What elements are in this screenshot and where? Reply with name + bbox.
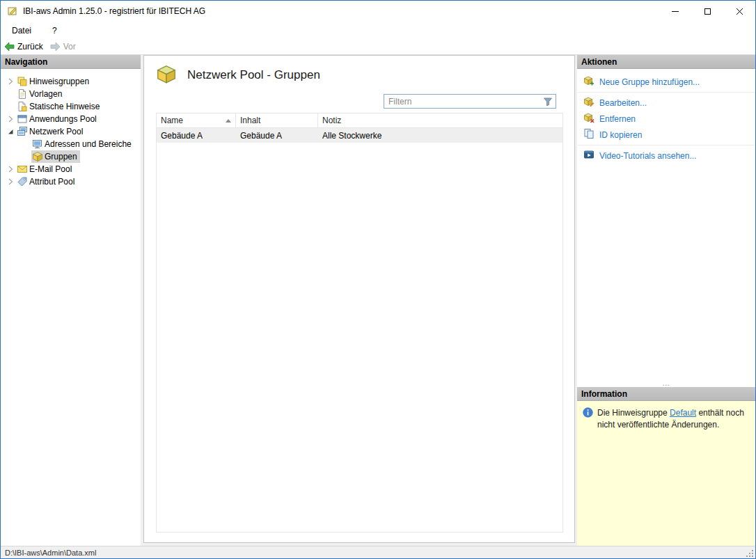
sidebar-item-label: Attribut Pool — [29, 177, 74, 187]
statusbar: D:\IBI-aws\Admin\Data.xml — [1, 546, 755, 558]
video-icon — [583, 149, 594, 162]
actions-header: Aktionen — [577, 55, 755, 69]
forward-button[interactable]: Vor — [50, 42, 76, 52]
separator — [578, 145, 755, 145]
information-header: Information — [577, 387, 755, 401]
filter-funnel-icon[interactable] — [542, 97, 556, 107]
information-text: Die Hinweisgruppe Default enthält noch n… — [597, 407, 750, 540]
tag-icon — [17, 176, 29, 187]
minimize-button[interactable] — [659, 1, 691, 22]
column-header-inhalt[interactable]: Inhalt — [236, 113, 318, 127]
note-group-icon — [17, 76, 29, 87]
menu-help[interactable]: ? — [51, 24, 58, 37]
box-large-icon — [156, 65, 177, 86]
navigation-panel: Navigation Hinweisgruppen — [1, 55, 141, 546]
box-edit-icon — [583, 96, 594, 109]
sidebar-item-netzwerk-pool[interactable]: Netzwerk Pool — [1, 125, 141, 138]
add-group-action[interactable]: Neue Gruppe hinzufügen... — [577, 74, 755, 90]
sidebar-item-vorlagen[interactable]: Vorlagen — [1, 88, 141, 100]
toolbar: Zurück Vor — [1, 39, 755, 55]
content-header: Netzwerk Pool - Gruppen — [144, 56, 574, 90]
splitter-handle[interactable]: … — [577, 378, 755, 387]
table-header-row: Name Inhalt Notiz — [157, 113, 562, 128]
cell-name: Gebäude A — [157, 131, 236, 141]
filter-row — [144, 90, 574, 113]
info-text-before: Die Hinweisgruppe — [597, 408, 670, 418]
sidebar-item-label: Anwendungs Pool — [29, 114, 97, 124]
navigation-header: Navigation — [1, 55, 141, 69]
cell-notiz: Alle Stockwerke — [318, 131, 562, 141]
sidebar-item-label: Hinweisgruppen — [29, 77, 89, 86]
back-button[interactable]: Zurück — [4, 42, 43, 52]
box-add-icon — [583, 75, 594, 88]
sidebar-item-label: Vorlagen — [29, 89, 62, 99]
client-area: Navigation Hinweisgruppen — [1, 55, 755, 546]
remove-group-action[interactable]: Entfernen — [577, 111, 755, 127]
sort-ascending-icon — [226, 119, 231, 123]
app-window: IBI-aws Admin 1.25.0 - registriert für I… — [0, 0, 756, 559]
menu-datei[interactable]: Datei — [10, 24, 33, 37]
sidebar-item-hinweisgruppen[interactable]: Hinweisgruppen — [1, 75, 141, 88]
action-label: Bearbeiten... — [599, 98, 647, 108]
chevron-right-icon[interactable] — [5, 165, 16, 173]
close-button[interactable] — [723, 1, 755, 22]
envelope-icon — [17, 164, 29, 175]
copy-icon — [583, 128, 594, 141]
resize-grip[interactable] — [745, 549, 755, 558]
maximize-button[interactable] — [691, 1, 723, 22]
actions-list: Neue Gruppe hinzufügen... Bearbeiten... — [577, 69, 755, 378]
action-label: Entfernen — [599, 114, 636, 124]
chevron-right-icon[interactable] — [5, 115, 16, 123]
maximize-icon — [704, 8, 711, 15]
page-icon — [17, 88, 29, 100]
network-icon — [17, 126, 29, 137]
window-controls — [659, 1, 755, 22]
info-icon — [583, 407, 593, 540]
default-group-link[interactable]: Default — [670, 408, 696, 418]
close-icon — [736, 8, 743, 15]
filter-input[interactable] — [384, 95, 542, 108]
action-label: ID kopieren — [599, 130, 642, 140]
box-icon — [32, 151, 45, 162]
column-header-label: Name — [161, 116, 183, 125]
back-arrow-icon — [4, 42, 15, 52]
action-label: Video-Tutorials ansehen... — [599, 151, 696, 161]
box-remove-icon — [583, 112, 594, 125]
edit-group-action[interactable]: Bearbeiten... — [577, 95, 755, 111]
sidebar-item-attribut-pool[interactable]: Attribut Pool — [1, 175, 141, 188]
sidebar-item-label: Adressen und Bereiche — [45, 139, 132, 149]
sidebar-item-statische-hinweise[interactable]: Statische Hinweise — [1, 100, 141, 113]
sidebar-item-label: Gruppen — [45, 152, 77, 162]
filter-box — [384, 94, 556, 109]
column-header-label: Notiz — [322, 116, 341, 125]
forward-arrow-icon — [50, 42, 61, 52]
menubar: Datei ? — [1, 22, 755, 39]
column-header-notiz[interactable]: Notiz — [318, 113, 562, 127]
window-title: IBI-aws Admin 1.25.0 - registriert für I… — [23, 6, 205, 16]
content-panel: Netzwerk Pool - Gruppen Name — [143, 55, 575, 543]
group-table: Name Inhalt Notiz Gebäude A Gebäude A Al… — [156, 113, 563, 533]
chevron-right-icon[interactable] — [5, 178, 16, 186]
actions-panel: Aktionen Neue Gruppe hinzufügen... — [577, 55, 755, 546]
static-note-icon — [17, 101, 29, 112]
action-label: Neue Gruppe hinzufügen... — [599, 77, 700, 87]
sidebar-item-label: E-Mail Pool — [29, 164, 72, 174]
video-tutorials-action[interactable]: Video-Tutorials ansehen... — [577, 148, 755, 164]
separator — [578, 92, 755, 93]
sidebar-item-email-pool[interactable]: E-Mail Pool — [1, 163, 141, 175]
sidebar-item-adressen-und-bereiche[interactable]: Adressen und Bereiche — [1, 138, 141, 150]
minimize-icon — [672, 11, 679, 12]
sidebar-item-label: Netzwerk Pool — [29, 127, 83, 136]
chevron-right-icon[interactable] — [5, 77, 16, 86]
sidebar-item-anwendungs-pool[interactable]: Anwendungs Pool — [1, 113, 141, 125]
column-header-label: Inhalt — [240, 116, 260, 125]
copy-id-action[interactable]: ID kopieren — [577, 127, 755, 143]
page-title: Netzwerk Pool - Gruppen — [187, 68, 320, 82]
table-row[interactable]: Gebäude A Gebäude A Alle Stockwerke — [157, 128, 562, 143]
app-icon — [7, 6, 18, 17]
navigation-tree: Hinweisgruppen Vorlagen — [1, 69, 141, 188]
column-header-name[interactable]: Name — [157, 113, 236, 127]
sidebar-item-gruppen[interactable]: Gruppen — [1, 150, 141, 163]
chevron-down-icon[interactable] — [5, 127, 16, 136]
cell-inhalt: Gebäude A — [236, 131, 318, 141]
